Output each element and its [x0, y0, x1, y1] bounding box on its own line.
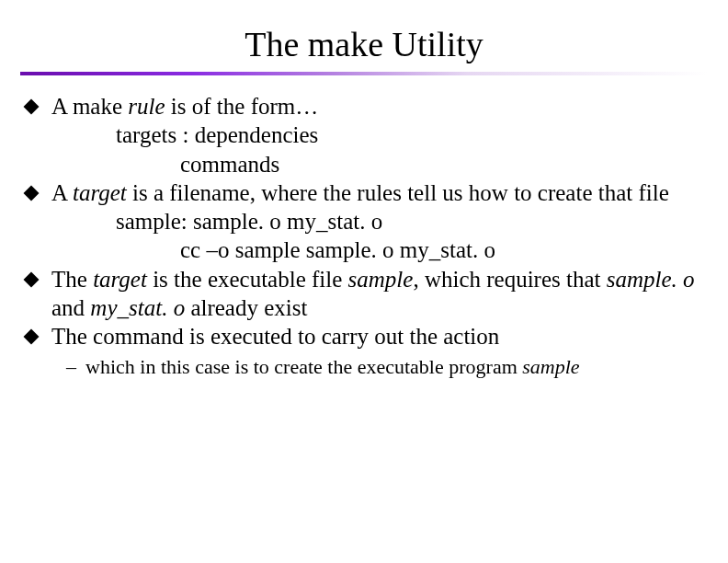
b2-pre: A	[51, 180, 73, 205]
b2-line2: sample: sample. o my_stat. o	[51, 207, 704, 236]
bullet-4: The command is executed to carry out the…	[24, 322, 704, 350]
slide: The make Utility A make rule is of the f…	[0, 0, 728, 563]
sub-bullet-1: – which in this case is to create the ex…	[24, 354, 704, 380]
b3-p3: , which requires that	[413, 267, 606, 292]
b3-i2: sample	[348, 267, 414, 292]
sub-bullet-1-text: which in this case is to create the exec…	[85, 354, 704, 380]
b1-line3: commands	[51, 150, 704, 178]
b3-i1: target	[93, 267, 147, 292]
bullet-1-text: A make rule is of the form… targets : de…	[51, 92, 704, 178]
b1-pre: A make	[51, 94, 128, 119]
diamond-bullet-icon	[24, 329, 40, 345]
b2-post: is a filename, where the rules tell us h…	[127, 180, 669, 205]
diamond-bullet-icon	[24, 185, 40, 201]
sub-p1: which in this case is to create the exec…	[85, 355, 522, 378]
b3-i4: my_stat. o	[90, 295, 185, 320]
b2-italic: target	[73, 180, 127, 205]
bullet-1: A make rule is of the form… targets : de…	[24, 92, 704, 178]
bullet-3: The target is the executable file sample…	[24, 265, 704, 323]
b3-p4: and	[51, 295, 90, 320]
b1-line2: targets : dependencies	[51, 121, 704, 149]
b2-line3: cc –o sample sample. o my_stat. o	[51, 236, 704, 264]
slide-content: A make rule is of the form… targets : de…	[0, 92, 728, 380]
diamond-bullet-icon	[24, 99, 40, 115]
slide-title: The make Utility	[0, 0, 728, 72]
b1-italic: rule	[128, 94, 165, 119]
diamond-bullet-icon	[24, 271, 40, 287]
bullet-3-text: The target is the executable file sample…	[51, 265, 704, 323]
title-underline	[20, 72, 708, 75]
bullet-2-text: A target is a filename, where the rules …	[51, 178, 704, 265]
b1-post: is of the form…	[165, 94, 319, 119]
b3-p2: is the executable file	[147, 267, 348, 292]
bullet-2: A target is a filename, where the rules …	[24, 178, 704, 265]
b3-p5: already exist	[185, 295, 307, 320]
b3-p1: The	[51, 267, 93, 292]
sub-i1: sample	[522, 355, 579, 378]
dash-bullet-icon: –	[66, 354, 76, 380]
bullet-4-text: The command is executed to carry out the…	[51, 322, 704, 350]
b3-i3: sample. o	[607, 267, 695, 292]
